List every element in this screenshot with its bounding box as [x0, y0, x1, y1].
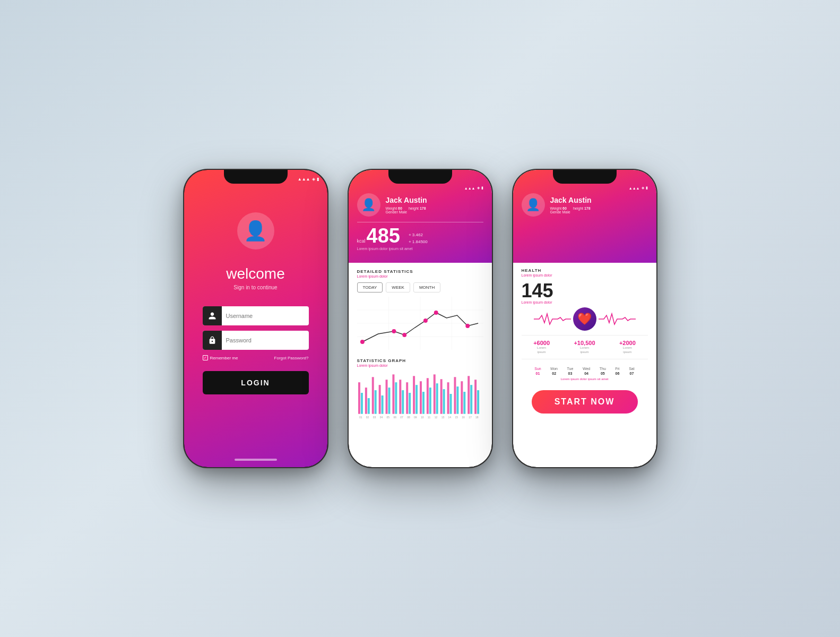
bar-section-title: STATISTICS GRAPH: [357, 358, 483, 363]
calendar-event: Lorem ipsum dolor ipsum sit amet: [539, 377, 631, 381]
cal-sun: Sun 01: [534, 367, 541, 375]
tab-month[interactable]: MONTH: [413, 282, 440, 292]
calendar-days-row: Sun 01 Mon 02 Tue 03 Wed: [530, 367, 639, 375]
user-details-3: Jack Austin Weight 60 height 178 Gende M…: [550, 196, 648, 214]
password-input[interactable]: [222, 337, 309, 343]
svg-text:01: 01: [359, 416, 362, 419]
user-avatar: 👤: [237, 212, 274, 249]
login-screen: ▲▲▲ ◈ ▮ 👤 welcome Sign in to continue: [184, 170, 327, 467]
svg-text:07: 07: [400, 416, 403, 419]
remember-checkbox[interactable]: ✓: [203, 355, 208, 360]
svg-text:17: 17: [469, 416, 472, 419]
svg-rect-37: [443, 389, 445, 414]
remember-me-label: Remember me: [210, 356, 238, 360]
cal-fri-name: Fri: [615, 367, 619, 371]
svg-rect-42: [461, 381, 463, 414]
svg-point-8: [402, 333, 406, 337]
cal-wed-name: Wed: [583, 367, 590, 371]
svg-text:16: 16: [462, 416, 465, 419]
battery-icon-2: ▮: [481, 186, 483, 190]
height-value: 178: [420, 206, 426, 210]
svg-text:13: 13: [441, 416, 444, 419]
metric-2: +10,500 Loremipsum: [574, 340, 595, 355]
svg-point-9: [423, 318, 427, 323]
status-bar-1: ▲▲▲ ◈ ▮: [184, 170, 327, 185]
user-name-2: Jack Austin: [386, 196, 483, 204]
home-indicator-3: [564, 459, 606, 461]
metric-3: +2000 Loremipsum: [619, 340, 636, 355]
signal-icon: ▲▲▲: [298, 177, 310, 182]
svg-text:03: 03: [373, 416, 376, 419]
metric-2-val: +10,500: [574, 340, 595, 346]
cal-tue-name: Tue: [567, 367, 574, 371]
svg-rect-19: [381, 395, 383, 414]
phone-login: ▲▲▲ ◈ ▮ 👤 welcome Sign in to continue: [184, 170, 327, 467]
remember-me-row[interactable]: ✓ Remember me: [203, 355, 238, 360]
tab-week[interactable]: WEEK: [386, 282, 410, 292]
kcal-display: kcal 485: [357, 226, 400, 246]
login-options: ✓ Remember me Forgot Password?: [203, 355, 309, 360]
status-bar-2: ▲▲▲ ◈ ▮: [357, 186, 483, 193]
password-field[interactable]: [203, 331, 309, 350]
heartbeat-row: ❤️: [522, 307, 648, 331]
tab-today[interactable]: TODAY: [357, 282, 383, 292]
user-stats-3: Weight 60 height 178: [550, 206, 648, 210]
kcal-label: kcal: [357, 238, 366, 244]
health-section-sub: Lorem ipsum dolor: [522, 273, 648, 277]
svg-text:09: 09: [414, 416, 417, 419]
login-button[interactable]: LOGIN: [203, 371, 309, 394]
cal-wed: Wed 04: [583, 367, 590, 375]
cal-fri-num: 06: [615, 372, 619, 375]
login-content: 👤 welcome Sign in to continue: [184, 170, 327, 394]
cal-sat-num: 07: [629, 372, 635, 375]
cal-sun-name: Sun: [534, 367, 541, 371]
phones-container: ▲▲▲ ◈ ▮ 👤 welcome Sign in to continue: [184, 170, 656, 467]
stats-header: ▲▲▲ ◈ ▮ 👤 Jack Austin Weight 60: [349, 170, 492, 263]
metrics-row: +6000 Loremipsum +10,500 Loremipsum +200…: [522, 335, 648, 359]
username-field[interactable]: [203, 306, 309, 325]
svg-rect-36: [440, 379, 442, 414]
svg-rect-21: [388, 388, 390, 414]
svg-text:06: 06: [393, 416, 396, 419]
svg-rect-22: [392, 374, 394, 414]
gender-stat: Gender Male: [386, 210, 483, 214]
status-icons: ▲▲▲ ◈ ▮: [298, 177, 319, 182]
user-details: Jack Austin Weight 60 height 178 Gender …: [386, 196, 483, 214]
svg-rect-32: [426, 378, 428, 414]
cal-thu-num: 05: [600, 372, 606, 375]
user-icon: [208, 312, 217, 320]
username-input[interactable]: [222, 313, 309, 319]
cal-sat: Sat 07: [629, 367, 635, 375]
weight-stat-3: Weight 60: [550, 206, 567, 210]
home-indicator-2: [399, 459, 441, 461]
height-stat: height 178: [409, 206, 426, 210]
forgot-password-link[interactable]: Forgot Password?: [274, 356, 309, 360]
svg-rect-20: [385, 380, 387, 414]
password-icon-box: [203, 331, 222, 350]
svg-rect-30: [420, 381, 422, 414]
metric-3-lbl: Loremipsum: [619, 346, 636, 355]
svg-point-10: [434, 311, 438, 315]
svg-rect-33: [429, 388, 431, 414]
cal-mon: Mon 02: [550, 367, 558, 375]
stats-tabs: TODAY WEEK MONTH: [357, 282, 483, 292]
user-stats: Weight 60 height 178: [386, 206, 483, 210]
kcal-changes-col: + 3.462 + 1.84500: [409, 232, 428, 246]
metric-1: +6000 Loremipsum: [533, 340, 550, 355]
status-icons-3: ▲▲▲ ◈ ▮: [629, 186, 648, 190]
svg-text:04: 04: [379, 416, 383, 419]
weight-value: 60: [398, 206, 402, 210]
svg-point-11: [465, 324, 470, 328]
svg-rect-28: [413, 376, 415, 414]
kcal-desc: Lorem ipsum dolor ipsum sit amet: [357, 247, 483, 251]
username-icon-box: [203, 306, 222, 325]
svg-text:10: 10: [420, 416, 423, 419]
user-avatar-small-3: 👤: [522, 193, 545, 217]
start-now-button[interactable]: START NOW: [532, 390, 638, 414]
bar-section-sub: Lorem ipsum dolor: [357, 364, 483, 367]
bar-chart: 01 02 03 04 05 06 07 08 09 10 11 12 13 1…: [357, 372, 483, 419]
health-body: HEALTH Lorem ipsum dolor 145 Lorem ipsum…: [513, 263, 656, 419]
cal-thu: Thu 05: [600, 367, 606, 375]
svg-rect-39: [449, 394, 452, 414]
user-name-3: Jack Austin: [550, 196, 648, 204]
